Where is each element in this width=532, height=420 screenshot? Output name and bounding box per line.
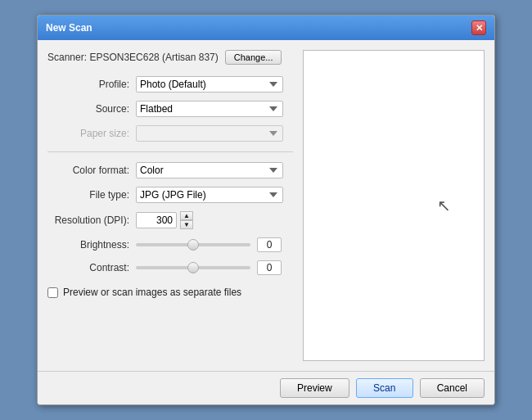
scanner-info-row: Scanner: EPSON3EC628 (Artisan 837) Chang… [47, 50, 293, 65]
left-panel: Scanner: EPSON3EC628 (Artisan 837) Chang… [47, 50, 293, 361]
resolution-up-button[interactable]: ▲ [180, 211, 193, 220]
contrast-value: 0 [257, 260, 282, 275]
file-type-label: File type: [47, 189, 129, 201]
profile-row: Profile: Photo (Default) Documents Custo… [47, 76, 293, 93]
resolution-controls: ▲ ▼ [136, 211, 193, 229]
paper-size-label: Paper size: [47, 128, 129, 139]
resolution-input[interactable] [136, 212, 177, 228]
brightness-value: 0 [257, 237, 282, 252]
source-label: Source: [47, 103, 129, 115]
contrast-row: Contrast: 0 [47, 260, 293, 275]
separate-files-label: Preview or scan images as separate files [63, 287, 241, 298]
preview-button[interactable]: Preview [280, 378, 349, 398]
divider-1 [47, 151, 293, 152]
separate-files-checkbox[interactable] [47, 287, 58, 298]
new-scan-dialog: New Scan ✕ Scanner: EPSON3EC628 (Artisan… [37, 15, 495, 405]
brightness-row: Brightness: 0 [47, 237, 293, 252]
scan-button[interactable]: Scan [356, 378, 413, 398]
contrast-slider[interactable] [136, 266, 250, 269]
paper-size-select [136, 125, 283, 142]
color-format-row: Color format: Color Grayscale Black and … [47, 162, 293, 178]
title-bar-left: New Scan [46, 22, 92, 34]
resolution-spinners: ▲ ▼ [180, 211, 193, 229]
dialog-title: New Scan [46, 22, 92, 34]
dialog-body: Scanner: EPSON3EC628 (Artisan 837) Chang… [38, 40, 494, 371]
contrast-label: Contrast: [47, 262, 129, 273]
brightness-label: Brightness: [47, 239, 129, 251]
close-icon: ✕ [476, 23, 483, 34]
source-row: Source: Flatbed ADF ADF Duplex [47, 101, 293, 117]
profile-label: Profile: [47, 79, 129, 90]
color-format-select[interactable]: Color Grayscale Black and White [136, 162, 283, 178]
brightness-slider-container [136, 243, 250, 246]
file-type-row: File type: JPG (JPG File) BMP (Bitmap) P… [47, 187, 293, 203]
source-select[interactable]: Flatbed ADF ADF Duplex [136, 101, 283, 117]
preview-area: ↖ [303, 50, 485, 361]
profile-select[interactable]: Photo (Default) Documents Custom [136, 76, 283, 93]
cancel-button[interactable]: Cancel [420, 378, 485, 398]
change-button[interactable]: Change... [225, 50, 282, 65]
title-bar: New Scan ✕ [38, 16, 494, 40]
resolution-down-button[interactable]: ▼ [180, 220, 193, 229]
paper-size-row: Paper size: [47, 125, 293, 142]
cursor-icon: ↖ [437, 197, 451, 214]
close-button[interactable]: ✕ [471, 20, 486, 35]
contrast-slider-container [136, 266, 250, 269]
resolution-label: Resolution (DPI): [47, 215, 129, 226]
color-format-label: Color format: [47, 165, 129, 176]
resolution-row: Resolution (DPI): ▲ ▼ [47, 211, 293, 229]
separate-files-row: Preview or scan images as separate files [47, 287, 293, 298]
file-type-select[interactable]: JPG (JPG File) BMP (Bitmap) PNG (PNG Fil… [136, 187, 283, 203]
brightness-slider[interactable] [136, 243, 250, 246]
bottom-bar: Preview Scan Cancel [38, 371, 494, 404]
scanner-label: Scanner: EPSON3EC628 (Artisan 837) [47, 52, 219, 63]
